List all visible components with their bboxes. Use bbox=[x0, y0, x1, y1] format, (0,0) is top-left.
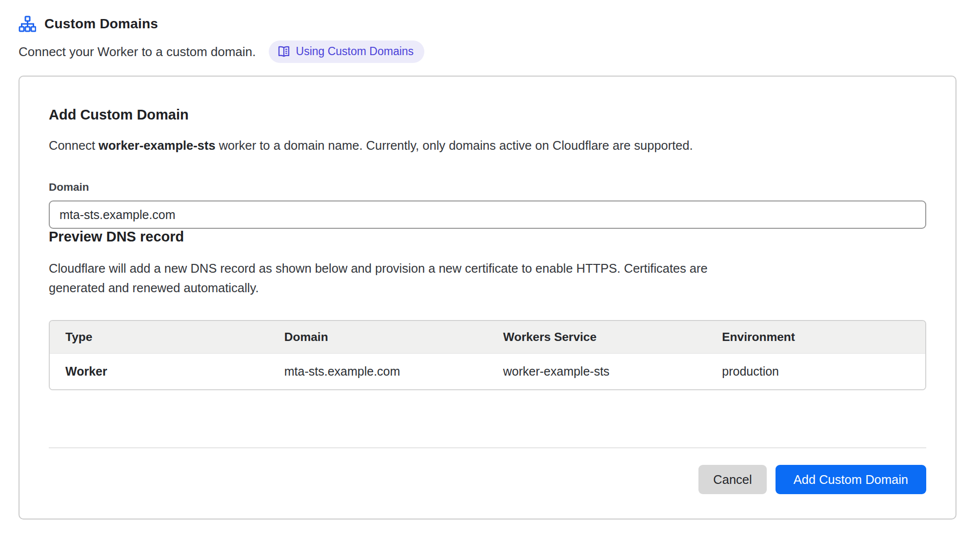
preview-dns-heading: Preview DNS record bbox=[49, 229, 926, 245]
page-subtitle: Connect your Worker to a custom domain. bbox=[19, 44, 256, 60]
cell-workers-service: worker-example-sts bbox=[488, 353, 707, 389]
card-footer: Cancel Add Custom Domain bbox=[49, 465, 926, 494]
cell-environment: production bbox=[706, 353, 925, 389]
card-intro: Connect worker-example-sts worker to a d… bbox=[49, 139, 926, 153]
add-custom-domain-button[interactable]: Add Custom Domain bbox=[776, 465, 926, 494]
sitemap-icon bbox=[19, 16, 36, 32]
intro-prefix: Connect bbox=[49, 139, 99, 152]
table-row: Worker mta-sts.example.com worker-exampl… bbox=[50, 353, 925, 389]
cell-type: Worker bbox=[50, 353, 269, 389]
docs-link[interactable]: Using Custom Domains bbox=[269, 40, 425, 63]
cancel-button[interactable]: Cancel bbox=[698, 465, 766, 494]
column-header-workers-service: Workers Service bbox=[488, 321, 707, 353]
worker-name: worker-example-sts bbox=[99, 139, 216, 152]
dns-preview-table: Type Domain Workers Service Environment … bbox=[49, 320, 926, 390]
book-open-icon bbox=[278, 45, 290, 58]
page-header: Custom Domains bbox=[19, 16, 956, 32]
page-title: Custom Domains bbox=[44, 16, 158, 32]
column-header-domain: Domain bbox=[269, 321, 488, 353]
cell-domain: mta-sts.example.com bbox=[269, 353, 488, 389]
table-header-row: Type Domain Workers Service Environment bbox=[50, 321, 925, 353]
page-subtitle-row: Connect your Worker to a custom domain. … bbox=[19, 40, 956, 63]
domain-input[interactable] bbox=[49, 200, 926, 229]
intro-suffix: worker to a domain name. Currently, only… bbox=[216, 139, 693, 152]
docs-link-label: Using Custom Domains bbox=[296, 45, 414, 58]
custom-domains-page: Custom Domains Connect your Worker to a … bbox=[0, 0, 975, 520]
domain-field-label: Domain bbox=[49, 181, 926, 194]
footer-divider bbox=[49, 447, 926, 448]
column-header-environment: Environment bbox=[706, 321, 925, 353]
preview-dns-description: Cloudflare will add a new DNS record as … bbox=[49, 259, 766, 298]
add-custom-domain-card: Add Custom Domain Connect worker-example… bbox=[19, 76, 956, 520]
card-heading: Add Custom Domain bbox=[49, 107, 926, 123]
column-header-type: Type bbox=[50, 321, 269, 353]
